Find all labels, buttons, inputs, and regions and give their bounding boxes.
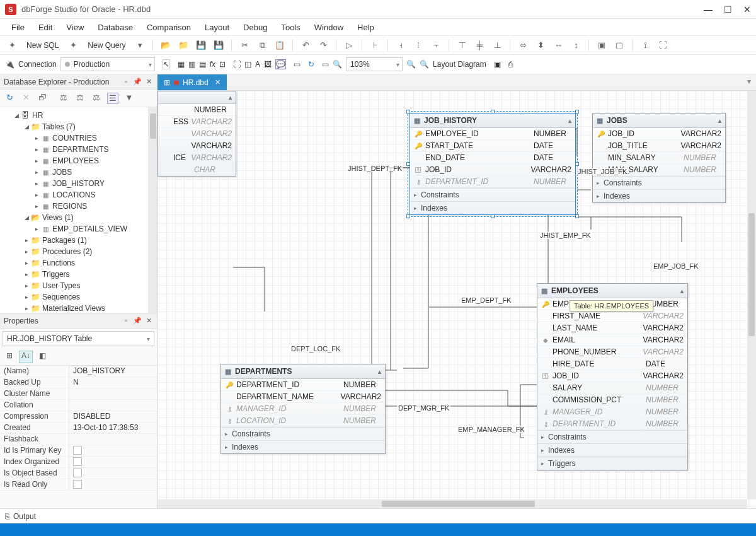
copy-icon[interactable]: ⧉ (255, 38, 269, 52)
column-row[interactable]: HIRE_DATEDATE (537, 358, 687, 370)
dist-v-icon[interactable]: ⬍ (534, 38, 547, 52)
entity-partial[interactable]: ▴ NUMBERESSVARCHAR2VARCHAR2VARCHAR2ICEVA… (158, 91, 236, 177)
tree-functions[interactable]: ▸📁Functions (0, 257, 157, 269)
column-row[interactable]: ⚿JOB_IDVARCHAR2 (410, 164, 575, 176)
window-icon[interactable]: 🗗 (37, 93, 48, 104)
align1-icon[interactable]: ⊦ (368, 38, 382, 52)
run-icon[interactable]: ▷ (342, 38, 356, 52)
prop-alpha-icon[interactable]: A↓ (19, 351, 33, 363)
column-row[interactable]: PHONE_NUMBERVARCHAR2 (537, 346, 687, 358)
note-icon[interactable]: 💬 (275, 59, 286, 69)
tab-menu-icon[interactable]: ▾ (742, 74, 756, 90)
column-row[interactable]: END_DATEDATE (410, 152, 575, 164)
column-row[interactable]: VARCHAR2 (158, 128, 236, 140)
connection-combo[interactable]: Production (60, 57, 155, 71)
column-row[interactable]: ◆EMAILVARCHAR2 (537, 334, 687, 346)
export-icon[interactable]: ⎙ (508, 60, 513, 69)
column-row[interactable]: ⚷LOCATION_IDNUMBER (221, 415, 385, 427)
menu-debug[interactable]: Debug (237, 20, 273, 35)
sparkle2-icon[interactable]: ✦ (66, 38, 80, 52)
property-row[interactable]: Index Organized (0, 457, 157, 468)
explorer-tree[interactable]: ◢🗄HR ◢📁Tables (7) ▸▦COUNTRIES ▸▦DEPARTME… (0, 107, 157, 313)
align-mid-icon[interactable]: ╪ (472, 38, 486, 52)
grid3-icon[interactable]: ▤ (199, 60, 206, 69)
column-row[interactable]: NUMBER (158, 104, 236, 116)
refresh-tree-icon[interactable]: ↻ (4, 93, 15, 104)
tree-table-departments[interactable]: ▸▦DEPARTMENTS (0, 144, 157, 155)
zoom-icon[interactable]: 🔍 (333, 60, 342, 69)
layout-diagram-button[interactable]: Layout Diagram (433, 60, 486, 69)
tree-matviews[interactable]: ▸📁Materialized Views (0, 303, 157, 313)
entity-job-history[interactable]: ▦JOB_HISTORY▴ 🔑EMPLOYEE_IDNUMBER🔑START_D… (410, 113, 576, 215)
menu-view[interactable]: View (60, 20, 90, 35)
property-row[interactable]: Collation (0, 400, 157, 411)
tree-procedures[interactable]: ▸📁Procedures (2) (0, 246, 157, 257)
tree-table-jobs[interactable]: ▸▦JOBS (0, 166, 157, 178)
output-label[interactable]: Output (13, 512, 36, 521)
filter2-icon[interactable]: ⚖ (74, 93, 86, 104)
image-icon[interactable]: 🖼 (264, 60, 272, 69)
menu-window[interactable]: Window (308, 20, 350, 35)
column-row[interactable]: 🔑START_DATEDATE (410, 140, 575, 152)
column-row[interactable]: ⚷DEPARTMENT_IDNUMBER (537, 418, 687, 430)
tree-table-locations[interactable]: ▸▦LOCATIONS (0, 189, 157, 201)
column-row[interactable]: CHAR (158, 164, 236, 176)
prop-categorized-icon[interactable]: ⊞ (3, 351, 16, 363)
tree-table-regions[interactable]: ▸▦REGIONS (0, 201, 157, 212)
tree-view-empdetails[interactable]: ▸▥EMP_DETAILS_VIEW (0, 223, 157, 235)
prop-close-icon[interactable]: ✕ (144, 317, 153, 325)
sparkle-icon[interactable]: ✦ (5, 38, 19, 52)
property-row[interactable]: Created13-Oct-10 17:38:53 (0, 422, 157, 434)
tree-sequences[interactable]: ▸📁Sequences (0, 291, 157, 303)
menu-file[interactable]: File (5, 20, 31, 35)
undo-icon[interactable]: ↶ (299, 38, 312, 52)
properties-object-combo[interactable]: HR.JOB_HISTORY Table ▾ (3, 331, 154, 346)
property-row[interactable]: Backed UpN (0, 377, 157, 388)
new-query-button[interactable]: New Query (84, 40, 129, 51)
property-row[interactable]: Id Is Primary Key (0, 445, 157, 457)
zoom-out-icon[interactable]: 🔍 (420, 60, 429, 69)
grid2-icon[interactable]: ▥ (188, 60, 195, 69)
column-row[interactable]: ⚷MANAGER_IDNUMBER (537, 406, 687, 418)
canvas-v-scrollbar[interactable] (747, 91, 756, 499)
list-icon[interactable]: ☰ (107, 93, 118, 104)
tree-table-jobhistory[interactable]: ▸▦JOB_HISTORY (0, 178, 157, 189)
column-row[interactable]: MIN_SALARYNUMBER (593, 152, 725, 164)
prop-windowpos-icon[interactable]: ▫ (122, 317, 130, 325)
relate-icon[interactable]: ⟟ (638, 38, 652, 52)
close-button[interactable]: ✕ (743, 4, 751, 15)
grid1-icon[interactable]: ▦ (178, 60, 185, 69)
property-row[interactable]: (Name)JOB_HISTORY (0, 366, 157, 377)
property-row[interactable]: Is Object Based ... (0, 468, 157, 479)
column-row[interactable]: VARCHAR2 (158, 140, 236, 152)
column-row[interactable]: SALARYNUMBER (537, 382, 687, 394)
menu-layout[interactable]: Layout (198, 20, 236, 35)
column-row[interactable]: 🔑JOB_IDVARCHAR2 (593, 128, 725, 140)
align-bot-icon[interactable]: ⊥ (490, 38, 504, 52)
align-center-icon[interactable]: ⁝ (411, 38, 425, 52)
save-icon[interactable]: 💾 (194, 38, 208, 52)
new-sql-button[interactable]: New SQL (23, 40, 62, 51)
funnel-icon[interactable]: ▼ (123, 93, 135, 104)
cut-icon[interactable]: ✂ (238, 38, 251, 52)
property-row[interactable]: CompressionDISABLED (0, 411, 157, 422)
paste-icon[interactable]: 📋 (273, 38, 287, 52)
tree-usertypes[interactable]: ▸📁User Types (0, 280, 157, 291)
fx-icon[interactable]: fx (210, 60, 215, 69)
column-row[interactable]: ⚷DEPARTMENT_IDNUMBER (410, 176, 575, 188)
tab-hr-dbd[interactable]: ⊞ HR.dbd ✕ (158, 74, 227, 90)
container-icon[interactable]: ▣ (494, 60, 501, 69)
plug-icon[interactable]: 🔌 (5, 60, 14, 69)
redo-icon[interactable]: ↷ (316, 38, 330, 52)
prop-pages-icon[interactable]: ◧ (35, 351, 49, 363)
tab-close-icon[interactable]: ✕ (215, 78, 220, 86)
constraints-section[interactable]: ▸Constraints (410, 188, 575, 201)
minimize-button[interactable]: — (704, 4, 713, 15)
dist-h-icon[interactable]: ⬄ (516, 38, 530, 52)
prop-pin-icon[interactable]: 📌 (133, 317, 142, 325)
size-w-icon[interactable]: ↔ (551, 38, 565, 52)
preview-icon[interactable]: ▭ (294, 60, 301, 69)
expand-icon[interactable]: ⛶ (656, 38, 670, 52)
align-top-icon[interactable]: ⊤ (455, 38, 469, 52)
close-panel-icon[interactable]: ✕ (144, 78, 153, 86)
